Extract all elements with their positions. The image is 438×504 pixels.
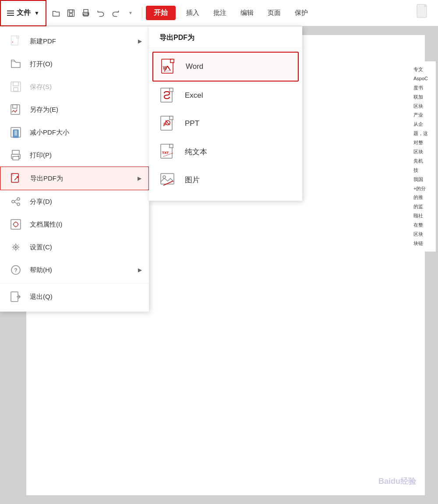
toolbar: 文件 ▼ bbox=[0, 0, 438, 26]
svg-point-28 bbox=[17, 198, 20, 200]
partial-document-text: 专文 AspoC 度书 联加 区块 产业 从企 题，这 对整 区块 先机 技 我… bbox=[412, 61, 436, 252]
more-tools-icon[interactable]: ▼ bbox=[124, 7, 137, 19]
menu-item-save-as[interactable]: 另存为(E) bbox=[0, 98, 149, 121]
submenu-item-image[interactable]: 图片 bbox=[149, 166, 302, 194]
help-icon: ? bbox=[9, 263, 23, 277]
menu-item-quit[interactable]: 退出(Q) bbox=[0, 285, 149, 308]
submenu-item-ppt-label: PPT bbox=[185, 119, 199, 128]
export-icon bbox=[9, 171, 23, 185]
submenu-item-excel-label: Excel bbox=[185, 91, 203, 100]
submenu-item-txt[interactable]: TXT 纯文本 bbox=[149, 138, 302, 166]
undo-icon[interactable] bbox=[95, 7, 107, 19]
submenu-item-word-label: Word bbox=[186, 62, 203, 71]
svg-rect-5 bbox=[84, 14, 88, 16]
submenu-title: 导出PDF为 bbox=[149, 33, 302, 48]
submenu-item-ppt[interactable]: P PPT bbox=[149, 110, 302, 138]
submenu-item-excel[interactable]: Excel bbox=[149, 82, 302, 110]
edit-nav[interactable]: 编辑 bbox=[233, 0, 261, 26]
svg-text:TXT: TXT bbox=[162, 151, 169, 155]
svg-rect-13 bbox=[13, 82, 18, 86]
start-button[interactable]: 开始 bbox=[146, 6, 176, 20]
menu-item-settings-label: 设置(C) bbox=[30, 243, 52, 252]
menu-item-properties[interactable]: 文档属性(I) bbox=[0, 213, 149, 236]
menu-item-export[interactable]: 导出PDF为 ▶ bbox=[0, 167, 149, 190]
save-icon[interactable] bbox=[65, 7, 77, 19]
svg-point-40 bbox=[15, 246, 17, 248]
open-folder-icon[interactable] bbox=[50, 7, 62, 19]
page-nav[interactable]: 页面 bbox=[261, 0, 288, 26]
svg-rect-48 bbox=[170, 88, 173, 92]
redo-icon[interactable] bbox=[110, 7, 122, 19]
menu-item-compress[interactable]: 减小PDF大小 bbox=[0, 121, 149, 144]
print-icon[interactable] bbox=[80, 7, 92, 19]
settings-icon bbox=[9, 240, 23, 254]
svg-rect-3 bbox=[84, 9, 88, 12]
doc-icon-area bbox=[416, 4, 429, 21]
main-menu: * 新建PDF ▶ 打开(O) 保存(S) bbox=[0, 26, 149, 312]
svg-rect-1 bbox=[69, 10, 73, 12]
menu-item-share[interactable]: 分享(D) bbox=[0, 190, 149, 213]
svg-point-26 bbox=[18, 156, 19, 157]
toolbar-divider bbox=[142, 7, 142, 19]
svg-point-30 bbox=[17, 203, 20, 206]
compress-icon bbox=[9, 125, 23, 139]
image-icon bbox=[159, 171, 177, 188]
txt-icon: TXT bbox=[159, 143, 177, 160]
svg-text:P: P bbox=[163, 122, 166, 127]
new-pdf-icon: * bbox=[9, 34, 23, 48]
insert-nav[interactable]: 插入 bbox=[179, 0, 206, 26]
menu-item-open-label: 打开(O) bbox=[30, 60, 53, 68]
svg-rect-45 bbox=[170, 59, 174, 63]
print-menu-icon bbox=[9, 148, 23, 162]
help-arrow: ▶ bbox=[138, 267, 142, 273]
properties-icon bbox=[9, 217, 23, 231]
svg-line-31 bbox=[14, 199, 17, 201]
menu-item-save-label: 保存(S) bbox=[30, 83, 52, 91]
submenu-item-word[interactable]: W Word bbox=[152, 52, 299, 82]
svg-rect-14 bbox=[14, 88, 18, 91]
toolbar-nav: 插入 批注 编辑 页面 保护 bbox=[179, 0, 315, 26]
menu-item-print[interactable]: 打印(P) bbox=[0, 144, 149, 167]
export-submenu: 导出PDF为 W Word Excel bbox=[149, 26, 302, 201]
protect-nav[interactable]: 保护 bbox=[288, 0, 315, 26]
watermark: Baidu经验 bbox=[378, 476, 416, 486]
menu-item-new-pdf-label: 新建PDF bbox=[30, 37, 56, 46]
menu-item-help[interactable]: ? 帮助(H) ▶ bbox=[0, 259, 149, 281]
ppt-icon: P bbox=[159, 115, 177, 132]
menu-separator bbox=[0, 283, 149, 284]
save-menu-icon bbox=[9, 80, 23, 94]
share-icon bbox=[9, 195, 23, 209]
menu-item-print-label: 打印(P) bbox=[30, 151, 52, 160]
file-menu-button[interactable]: 文件 ▼ bbox=[0, 0, 46, 26]
svg-rect-25 bbox=[13, 156, 19, 160]
svg-rect-16 bbox=[13, 105, 17, 108]
comment-nav[interactable]: 批注 bbox=[206, 0, 233, 26]
menu-item-settings[interactable]: 设置(C) bbox=[0, 236, 149, 259]
submenu-item-image-label: 图片 bbox=[185, 175, 200, 185]
svg-rect-56 bbox=[161, 174, 174, 184]
open-icon bbox=[9, 57, 23, 71]
svg-rect-0 bbox=[67, 10, 74, 16]
svg-rect-23 bbox=[12, 150, 19, 154]
menu-item-share-label: 分享(D) bbox=[30, 198, 52, 206]
hamburger-icon bbox=[7, 11, 14, 16]
quit-icon bbox=[9, 290, 23, 304]
menu-item-help-label: 帮助(H) bbox=[30, 266, 52, 274]
menu-item-open[interactable]: 打开(O) bbox=[0, 53, 149, 75]
svg-rect-8 bbox=[424, 4, 427, 7]
file-label: 文件 bbox=[17, 8, 31, 18]
menu-item-quit-label: 退出(Q) bbox=[30, 293, 53, 301]
menu-item-new-pdf[interactable]: * 新建PDF ▶ bbox=[0, 30, 149, 53]
submenu-item-txt-label: 纯文本 bbox=[185, 147, 207, 157]
menu-item-compress-label: 减小PDF大小 bbox=[30, 128, 69, 137]
svg-rect-54 bbox=[170, 144, 173, 148]
new-pdf-arrow: ▶ bbox=[138, 38, 142, 44]
save-as-icon bbox=[9, 103, 23, 117]
word-icon: W bbox=[160, 58, 178, 75]
toolbar-tools: ▼ bbox=[46, 7, 140, 19]
menu-item-save: 保存(S) bbox=[0, 75, 149, 98]
svg-point-29 bbox=[12, 200, 14, 203]
svg-rect-10 bbox=[17, 36, 19, 38]
export-arrow: ▶ bbox=[138, 175, 141, 181]
menu-item-properties-label: 文档属性(I) bbox=[30, 220, 62, 229]
